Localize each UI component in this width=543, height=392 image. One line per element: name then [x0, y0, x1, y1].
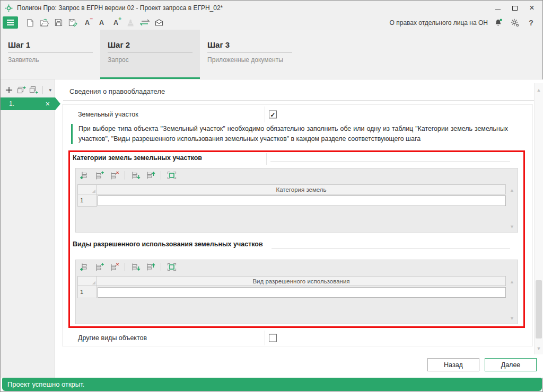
permitted-use-table: ◢ Вид разрешенного использования 1 ▲ ▼ [75, 260, 518, 324]
back-button[interactable]: Назад [427, 358, 479, 371]
toolbar-separator [125, 263, 125, 271]
move-row-down-button[interactable] [129, 261, 142, 273]
add-section-button[interactable] [5, 85, 14, 95]
expand-table-button[interactable] [165, 261, 178, 273]
section-item-1[interactable]: 1. × [1, 97, 55, 110]
scroll-down-icon[interactable]: ▼ [510, 224, 514, 229]
scroll-up-icon[interactable]: ▲ [510, 188, 514, 193]
scrollbar-thumb[interactable] [536, 280, 542, 338]
scroll-down-icon[interactable]: ▼ [510, 316, 514, 321]
column-separator [265, 106, 265, 122]
font-default-icon: А [99, 19, 104, 26]
column-separator [265, 331, 265, 345]
select-all-corner[interactable]: ◢ [77, 276, 97, 286]
transfer-arrows-icon [140, 19, 150, 26]
tab-step1[interactable]: Шаг 1 Заявитель [1, 30, 100, 79]
row-number: 1 [77, 286, 97, 298]
move-row-up-button[interactable] [144, 261, 156, 273]
land-plot-checkbox[interactable]: ✓ [269, 111, 277, 119]
land-category-input[interactable] [98, 195, 506, 206]
move-row-up-icon [145, 263, 155, 271]
content-scrollbar[interactable]: ▲ ▼ [534, 83, 543, 354]
tab-step1-title: Шаг 1 [8, 40, 93, 49]
font-default-button[interactable]: А [95, 17, 108, 29]
table-header-row: ◢ Вид разрешенного использования [77, 276, 506, 286]
settings-button[interactable] [509, 17, 521, 29]
maximize-button[interactable] [506, 1, 523, 15]
other-objects-checkbox[interactable] [269, 334, 277, 342]
permitted-use-title: Виды разрешенного использования земельны… [73, 240, 263, 248]
scroll-up-icon[interactable]: ▲ [510, 279, 514, 284]
land-categories-field[interactable] [270, 153, 510, 162]
tab-step2[interactable]: Шаг 2 Запрос [100, 30, 200, 79]
insert-row-button[interactable] [93, 170, 106, 181]
add-row-button[interactable] [78, 170, 91, 181]
window-title: Полигон Про: Запрос в ЕГРН версии 02 - П… [17, 4, 223, 12]
sidebar-more-button[interactable]: ▼ [46, 85, 55, 95]
close-button[interactable]: × [523, 1, 540, 15]
save-button[interactable] [52, 17, 65, 29]
select-all-corner[interactable]: ◢ [77, 184, 97, 194]
minimize-button[interactable] [489, 1, 506, 15]
save-icon [55, 19, 63, 26]
permitted-use-input[interactable] [98, 287, 506, 298]
font-increase-button[interactable]: А+ [110, 17, 122, 29]
move-row-down-button[interactable] [129, 170, 142, 181]
other-objects-label: Другие виды объектов [78, 334, 147, 342]
copy-section-button[interactable] [29, 85, 38, 95]
tab-step2-title: Шаг 2 [108, 40, 192, 49]
insert-row-icon [94, 171, 104, 180]
maximize-icon [512, 6, 518, 11]
move-row-down-icon [130, 171, 141, 180]
open-project-button[interactable] [38, 17, 50, 29]
section-title: Сведения о правообладателе [69, 87, 165, 95]
help-button[interactable]: ? [525, 17, 537, 29]
table-grid: ◢ Категория земель 1 [77, 184, 506, 207]
plus-icon [5, 86, 13, 94]
tab-step3[interactable]: Шаг 3 Приложенные документы [200, 30, 300, 79]
table-row: 1 [77, 286, 506, 298]
tab-rule [8, 52, 93, 53]
save-as-button[interactable] [67, 17, 79, 29]
sign-stamp-icon [127, 19, 134, 26]
scrollbar-down-icon[interactable]: ▼ [535, 346, 543, 351]
step-content: Сведения о правообладателе Земельный уча… [55, 79, 543, 378]
notifications-button[interactable] [492, 17, 504, 29]
permitted-use-title-row: Виды разрешенного использования земельны… [70, 239, 523, 251]
request-type-label: О правах отдельного лица на ОН [390, 19, 488, 26]
remove-section-button[interactable]: × [46, 97, 50, 110]
insert-row-button[interactable] [93, 261, 106, 273]
add-row-button[interactable] [78, 261, 91, 273]
tab-step3-subtitle: Приложенные документы [207, 56, 292, 64]
duplicate-section-button[interactable] [17, 85, 26, 95]
send-mail-button[interactable] [153, 17, 165, 29]
toolbar-separator [161, 263, 161, 271]
delete-row-icon [109, 171, 119, 180]
delete-row-button[interactable] [108, 170, 120, 181]
permitted-use-field[interactable] [272, 239, 510, 248]
move-row-up-button[interactable] [144, 170, 156, 181]
tab-step1-subtitle: Заявитель [8, 56, 93, 64]
table-grid: ◢ Вид разрешенного использования 1 [77, 276, 506, 298]
new-document-icon [27, 19, 34, 27]
expand-table-icon [167, 263, 177, 271]
save-as-icon [68, 19, 77, 26]
toolbar-separator [161, 171, 161, 180]
menu-button[interactable] [3, 16, 18, 29]
table-toolbar [76, 260, 518, 274]
title-bar: Полигон Про: Запрос в ЕГРН версии 02 - П… [1, 1, 542, 15]
transfer-button[interactable] [138, 17, 151, 29]
sort-corner-icon: ◢ [92, 189, 95, 193]
scrollbar-up-icon[interactable]: ▲ [535, 87, 543, 93]
expand-table-button[interactable] [165, 170, 178, 181]
column-header-permitted-use[interactable]: Вид разрешенного использования [97, 276, 506, 286]
app-window: Полигон Про: Запрос в ЕГРН версии 02 - П… [0, 0, 543, 392]
next-button[interactable]: Далее [485, 358, 537, 371]
new-document-button[interactable] [24, 17, 36, 29]
column-header-land-category[interactable]: Категория земель [97, 184, 506, 194]
land-plot-label: Земельный участок [78, 111, 138, 118]
table-toolbar [76, 168, 518, 182]
font-decrease-button[interactable]: А– [81, 17, 93, 29]
sign-button[interactable] [124, 17, 136, 29]
delete-row-button[interactable] [108, 261, 120, 273]
